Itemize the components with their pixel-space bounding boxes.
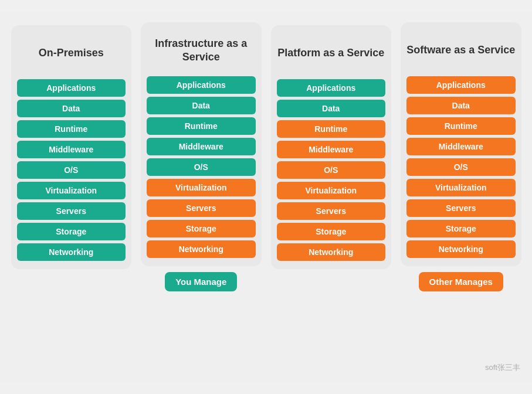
- item-data-saas: Data: [406, 97, 516, 114]
- item-o-s-on-premises: O/S: [17, 161, 126, 179]
- column-paas: Platform as a ServiceApplicationsDataRun…: [271, 25, 392, 291]
- column-title-saas: Software as a Service: [406, 33, 516, 68]
- item-virtualization-paas: Virtualization: [277, 182, 386, 199]
- column-saas: Software as a ServiceApplicationsDataRun…: [401, 22, 521, 291]
- item-middleware-on-premises: Middleware: [17, 141, 126, 158]
- item-data-paas: Data: [277, 100, 386, 117]
- item-applications-iaas: Applications: [147, 76, 256, 94]
- item-runtime-iaas: Runtime: [147, 117, 256, 135]
- item-middleware-paas: Middleware: [277, 141, 386, 158]
- item-runtime-paas: Runtime: [277, 120, 386, 138]
- column-box-paas: Platform as a ServiceApplicationsDataRun…: [271, 25, 392, 269]
- watermark: soft张三丰: [485, 362, 520, 373]
- column-title-paas: Platform as a Service: [277, 36, 386, 71]
- columns-container: On-PremisesApplicationsDataRuntimeMiddle…: [11, 22, 521, 291]
- item-servers-on-premises: Servers: [17, 202, 126, 220]
- item-middleware-saas: Middleware: [406, 138, 516, 155]
- item-o-s-saas: O/S: [406, 158, 516, 176]
- item-networking-saas: Networking: [406, 240, 516, 258]
- column-title-on-premises: On-Premises: [17, 36, 126, 71]
- item-storage-paas: Storage: [277, 223, 386, 240]
- item-servers-paas: Servers: [277, 202, 386, 220]
- legend-iaas[interactable]: You Manage: [165, 272, 237, 291]
- item-applications-paas: Applications: [277, 79, 386, 97]
- item-middleware-iaas: Middleware: [147, 138, 256, 155]
- item-applications-on-premises: Applications: [17, 79, 126, 97]
- column-on-premises: On-PremisesApplicationsDataRuntimeMiddle…: [11, 25, 132, 291]
- item-virtualization-iaas: Virtualization: [147, 179, 256, 196]
- item-data-on-premises: Data: [17, 100, 126, 117]
- item-networking-paas: Networking: [277, 243, 386, 261]
- item-o-s-iaas: O/S: [147, 158, 256, 176]
- item-runtime-saas: Runtime: [406, 117, 516, 135]
- item-applications-saas: Applications: [406, 76, 516, 94]
- item-storage-saas: Storage: [406, 220, 516, 237]
- item-runtime-on-premises: Runtime: [17, 120, 126, 138]
- column-box-iaas: Infrastructure as a ServiceApplicationsD…: [141, 22, 262, 266]
- column-box-saas: Software as a ServiceApplicationsDataRun…: [401, 22, 521, 266]
- item-virtualization-on-premises: Virtualization: [17, 182, 126, 199]
- item-o-s-paas: O/S: [277, 161, 386, 179]
- item-storage-on-premises: Storage: [17, 223, 126, 240]
- column-box-on-premises: On-PremisesApplicationsDataRuntimeMiddle…: [11, 25, 132, 269]
- legend-saas[interactable]: Other Manages: [419, 272, 503, 291]
- column-title-iaas: Infrastructure as a Service: [147, 33, 256, 68]
- item-storage-iaas: Storage: [147, 220, 256, 237]
- item-virtualization-saas: Virtualization: [406, 179, 516, 196]
- page: On-PremisesApplicationsDataRuntimeMiddle…: [0, 12, 532, 382]
- item-servers-iaas: Servers: [147, 199, 256, 217]
- item-data-iaas: Data: [147, 97, 256, 114]
- column-iaas: Infrastructure as a ServiceApplicationsD…: [141, 22, 262, 291]
- item-servers-saas: Servers: [406, 199, 516, 217]
- item-networking-on-premises: Networking: [17, 243, 126, 261]
- item-networking-iaas: Networking: [147, 240, 256, 258]
